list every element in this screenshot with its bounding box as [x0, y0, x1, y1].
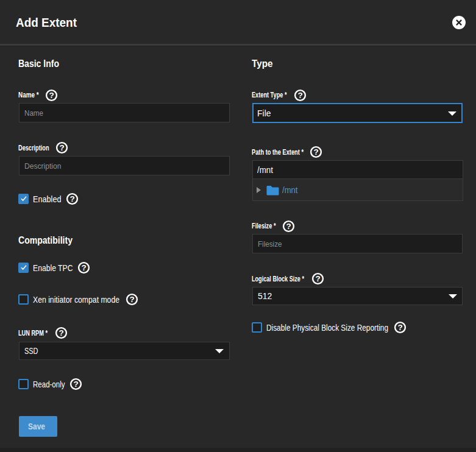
svg-text:?: ?: [59, 328, 63, 337]
svg-text:?: ?: [313, 147, 318, 157]
svg-text:?: ?: [129, 295, 134, 304]
svg-text:?: ?: [69, 194, 74, 203]
svg-text:?: ?: [315, 274, 320, 283]
svg-text:?: ?: [73, 380, 78, 389]
svg-text:?: ?: [286, 222, 291, 231]
svg-text:?: ?: [81, 263, 86, 272]
svg-text:?: ?: [59, 143, 64, 152]
svg-text:?: ?: [49, 91, 54, 100]
svg-text:?: ?: [397, 323, 402, 332]
svg-text:?: ?: [297, 91, 302, 100]
